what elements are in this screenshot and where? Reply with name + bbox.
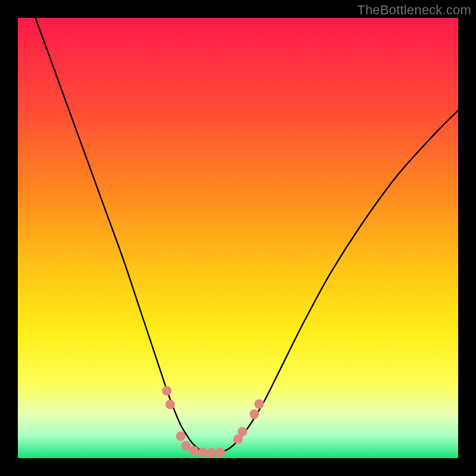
watermark-text: TheBottleneck.com	[357, 2, 471, 18]
curve-marker	[189, 446, 199, 455]
curve-marker	[249, 409, 259, 419]
chart-plot-area	[18, 18, 458, 458]
chart-svg	[18, 18, 458, 458]
chart-frame: TheBottleneck.com	[0, 0, 476, 476]
curve-marker	[237, 427, 247, 437]
curve-marker	[207, 448, 217, 458]
curve-marker	[162, 386, 171, 396]
curve-marker	[165, 400, 175, 409]
curve-marker	[181, 441, 191, 450]
curve-marker	[255, 399, 264, 409]
curve-marker	[176, 431, 186, 441]
curve-marker	[198, 447, 208, 457]
curve-marker	[215, 447, 225, 457]
chart-background	[18, 18, 458, 458]
